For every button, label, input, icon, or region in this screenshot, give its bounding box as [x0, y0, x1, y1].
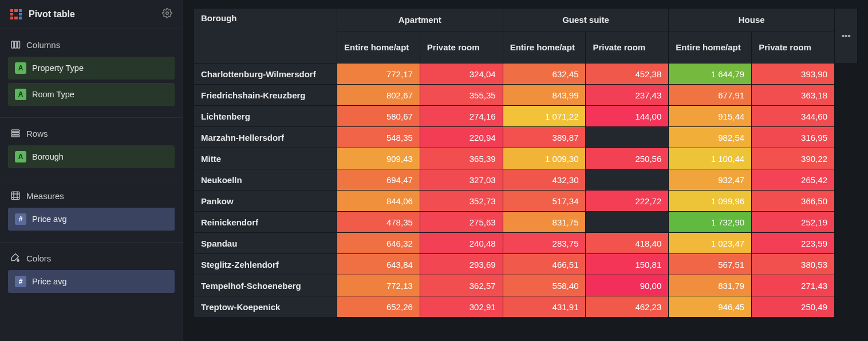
measure-pill-price-avg[interactable]: # Price avg — [8, 208, 175, 231]
subcol-header[interactable]: Entire home/apt — [337, 31, 420, 64]
data-cell[interactable]: 652,26 — [337, 296, 420, 318]
row-header[interactable]: Friedrichshain-Kreuzberg — [194, 85, 337, 106]
data-cell[interactable]: 462,23 — [586, 296, 669, 318]
data-cell[interactable]: 1 023,47 — [669, 233, 752, 254]
data-cell[interactable]: 240,48 — [420, 233, 503, 254]
data-cell[interactable]: 283,75 — [503, 233, 586, 254]
row-header[interactable]: Treptow-Koepenick — [194, 296, 337, 318]
data-cell[interactable]: 316,95 — [752, 127, 835, 148]
col-group-guest-suite[interactable]: Guest suite — [503, 9, 669, 31]
data-cell[interactable]: 558,40 — [503, 275, 586, 296]
data-cell[interactable]: 275,63 — [420, 212, 503, 233]
gear-icon[interactable] — [162, 8, 172, 21]
data-cell[interactable]: 344,60 — [752, 106, 835, 127]
row-header[interactable]: Tempelhof-Schoeneberg — [194, 275, 337, 296]
column-pill-room-type[interactable]: A Room Type — [8, 83, 175, 106]
row-header[interactable]: Reinickendorf — [194, 212, 337, 233]
data-cell[interactable]: 366,50 — [752, 191, 835, 212]
col-group-apartment[interactable]: Apartment — [337, 9, 503, 31]
column-pill-property-type[interactable]: A Property Type — [8, 57, 175, 80]
data-cell[interactable]: 418,40 — [586, 233, 669, 254]
subcol-header[interactable]: Private room — [752, 31, 835, 64]
data-cell[interactable]: 223,59 — [752, 233, 835, 254]
data-cell[interactable]: 431,91 — [503, 296, 586, 318]
data-cell[interactable]: 831,75 — [503, 212, 586, 233]
data-cell[interactable]: 1 099,96 — [669, 191, 752, 212]
row-header[interactable]: Charlottenburg-Wilmersdorf — [194, 64, 337, 85]
row-header[interactable]: Marzahn-Hellersdorf — [194, 127, 337, 148]
row-header[interactable]: Mitte — [194, 148, 337, 169]
color-pill-price-avg[interactable]: # Price avg — [8, 270, 175, 293]
data-cell[interactable]: 1 100,44 — [669, 148, 752, 169]
data-cell[interactable] — [586, 127, 669, 148]
col-group-house[interactable]: House — [669, 9, 835, 31]
data-cell[interactable]: 390,22 — [752, 148, 835, 169]
data-cell[interactable]: 144,00 — [586, 106, 669, 127]
data-cell[interactable]: 772,17 — [337, 64, 420, 85]
data-cell[interactable]: 327,03 — [420, 169, 503, 191]
data-cell[interactable]: 389,87 — [503, 127, 586, 148]
subcol-header[interactable]: Entire home/apt — [669, 31, 752, 64]
data-cell[interactable]: 982,54 — [669, 127, 752, 148]
data-cell[interactable]: 363,18 — [752, 85, 835, 106]
corner-header[interactable]: Borough — [194, 9, 337, 64]
data-cell[interactable]: 302,91 — [420, 296, 503, 318]
data-cell[interactable]: 466,51 — [503, 254, 586, 275]
data-cell[interactable]: 150,81 — [586, 254, 669, 275]
data-cell[interactable]: 567,51 — [669, 254, 752, 275]
data-cell[interactable]: 831,79 — [669, 275, 752, 296]
data-cell[interactable]: 252,19 — [752, 212, 835, 233]
data-cell[interactable]: 909,43 — [337, 148, 420, 169]
data-cell[interactable]: 265,42 — [752, 169, 835, 191]
data-cell[interactable]: 1 732,90 — [669, 212, 752, 233]
data-cell[interactable]: 324,04 — [420, 64, 503, 85]
data-cell[interactable]: 293,69 — [420, 254, 503, 275]
data-cell[interactable]: 478,35 — [337, 212, 420, 233]
data-cell[interactable]: 1 071,22 — [503, 106, 586, 127]
data-cell[interactable]: 1 644,79 — [669, 64, 752, 85]
data-cell[interactable]: 90,00 — [586, 275, 669, 296]
data-cell[interactable]: 517,34 — [503, 191, 586, 212]
data-cell[interactable]: 250,49 — [752, 296, 835, 318]
data-cell[interactable]: 452,38 — [586, 64, 669, 85]
row-header[interactable]: Steglitz-Zehlendorf — [194, 254, 337, 275]
data-cell[interactable]: 548,35 — [337, 127, 420, 148]
row-header[interactable]: Lichtenberg — [194, 106, 337, 127]
data-cell[interactable]: 220,94 — [420, 127, 503, 148]
data-cell[interactable]: 380,53 — [752, 254, 835, 275]
data-cell[interactable]: 237,43 — [586, 85, 669, 106]
more-columns-button[interactable]: ••• — [835, 9, 858, 64]
subcol-header[interactable]: Entire home/apt — [503, 31, 586, 64]
subcol-header[interactable]: Private room — [586, 31, 669, 64]
data-cell[interactable] — [586, 212, 669, 233]
data-cell[interactable]: 946,45 — [669, 296, 752, 318]
data-cell[interactable]: 393,90 — [752, 64, 835, 85]
data-cell[interactable]: 355,35 — [420, 85, 503, 106]
row-header[interactable]: Pankow — [194, 191, 337, 212]
data-cell[interactable]: 432,30 — [503, 169, 586, 191]
data-cell[interactable]: 677,91 — [669, 85, 752, 106]
row-header[interactable]: Neukoelln — [194, 169, 337, 191]
data-cell[interactable]: 352,73 — [420, 191, 503, 212]
data-cell[interactable]: 932,47 — [669, 169, 752, 191]
data-cell[interactable]: 844,06 — [337, 191, 420, 212]
data-cell[interactable]: 1 009,30 — [503, 148, 586, 169]
data-cell[interactable]: 632,45 — [503, 64, 586, 85]
data-cell[interactable]: 843,99 — [503, 85, 586, 106]
data-cell[interactable]: 580,67 — [337, 106, 420, 127]
data-cell[interactable]: 643,84 — [337, 254, 420, 275]
row-pill-borough[interactable]: A Borough — [8, 145, 175, 168]
data-cell[interactable]: 271,43 — [752, 275, 835, 296]
data-cell[interactable]: 365,39 — [420, 148, 503, 169]
data-cell[interactable]: 646,32 — [337, 233, 420, 254]
data-cell[interactable]: 362,57 — [420, 275, 503, 296]
data-cell[interactable]: 274,16 — [420, 106, 503, 127]
data-cell[interactable]: 802,67 — [337, 85, 420, 106]
data-cell[interactable]: 222,72 — [586, 191, 669, 212]
row-header[interactable]: Spandau — [194, 233, 337, 254]
data-cell[interactable] — [586, 169, 669, 191]
data-cell[interactable]: 694,47 — [337, 169, 420, 191]
data-cell[interactable]: 915,44 — [669, 106, 752, 127]
data-cell[interactable]: 250,56 — [586, 148, 669, 169]
subcol-header[interactable]: Private room — [420, 31, 503, 64]
